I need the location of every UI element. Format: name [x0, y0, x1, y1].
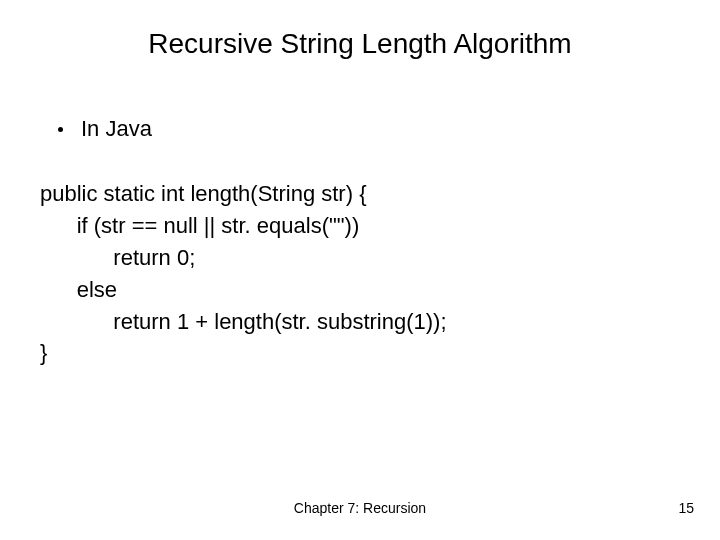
code-line-3: return 0; [40, 245, 195, 270]
code-line-2: if (str == null || str. equals("")) [40, 213, 359, 238]
footer-chapter: Chapter 7: Recursion [0, 500, 720, 516]
code-line-1: public static int length(String str) { [40, 181, 366, 206]
code-line-5: return 1 + length(str. substring(1)); [40, 309, 447, 334]
bullet-item: In Java [58, 116, 152, 142]
code-line-6: } [40, 340, 47, 365]
code-line-4: else [40, 277, 117, 302]
bullet-text: In Java [81, 116, 152, 142]
slide: Recursive String Length Algorithm In Jav… [0, 0, 720, 540]
code-block: public static int length(String str) { i… [40, 178, 447, 369]
slide-title: Recursive String Length Algorithm [0, 28, 720, 60]
bullet-dot-icon [58, 127, 63, 132]
footer-page-number: 15 [678, 500, 694, 516]
